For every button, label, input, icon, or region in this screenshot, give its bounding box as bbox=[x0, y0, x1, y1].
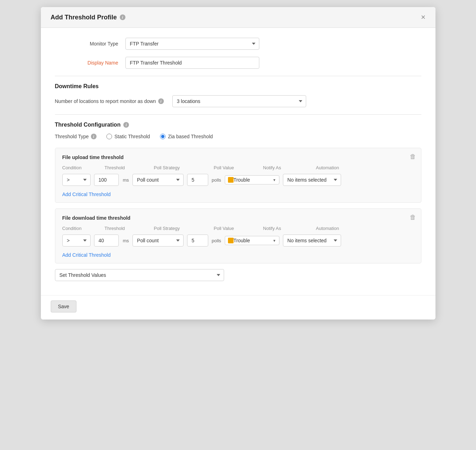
set-threshold-row: Set Threshold Values Option 1 Option 2 bbox=[55, 269, 421, 281]
upload-notify-wrapper: Trouble Critical Warning ▼ bbox=[225, 175, 279, 184]
upload-col-condition: Condition bbox=[62, 165, 101, 170]
threshold-type-label-text: Threshold Type bbox=[55, 134, 89, 139]
modal-header: Add Threshold Profile i × bbox=[41, 7, 435, 28]
download-col-threshold: Threshold bbox=[105, 226, 150, 231]
upload-col-poll-value: Poll Value bbox=[214, 165, 260, 170]
modal-close-button[interactable]: × bbox=[421, 13, 426, 21]
download-col-automation: Automation bbox=[316, 226, 376, 231]
download-notify-select[interactable]: Trouble Critical Warning bbox=[234, 238, 272, 243]
static-threshold-label: Static Threshold bbox=[115, 134, 150, 139]
threshold-config-info-icon[interactable]: i bbox=[123, 122, 129, 128]
modal-body: Monitor Type FTP Transfer HTTP DNS SSL D… bbox=[41, 28, 435, 295]
monitor-type-select[interactable]: FTP Transfer HTTP DNS SSL bbox=[125, 38, 259, 50]
zia-threshold-option[interactable]: Zia based Threshold bbox=[160, 134, 213, 139]
download-notify-wrapper: Trouble Critical Warning ▼ bbox=[225, 236, 279, 245]
download-card-title: File download time threshold bbox=[62, 215, 414, 221]
upload-col-notify: Notify As bbox=[263, 165, 313, 170]
upload-unit-label: ms bbox=[123, 177, 129, 183]
display-name-label: Display Name bbox=[55, 60, 125, 66]
modal-title-text: Add Threshold Profile bbox=[51, 14, 117, 21]
upload-notify-select[interactable]: Trouble Critical Warning bbox=[234, 177, 272, 183]
download-col-notify: Notify As bbox=[263, 226, 313, 231]
upload-poll-value-input[interactable] bbox=[187, 174, 208, 186]
modal-container: Add Threshold Profile i × Monitor Type F… bbox=[41, 7, 435, 320]
upload-polls-label: polls bbox=[212, 177, 221, 183]
download-col-headers: Condition Threshold Poll Strategy Poll V… bbox=[62, 226, 414, 231]
save-button[interactable]: Save bbox=[51, 300, 77, 312]
download-threshold-input[interactable] bbox=[94, 235, 119, 247]
upload-threshold-card: 🗑 File upload time threshold Condition T… bbox=[55, 148, 421, 203]
static-threshold-radio[interactable] bbox=[106, 134, 112, 139]
threshold-config-title-text: Threshold Configuration bbox=[55, 122, 121, 128]
static-threshold-option[interactable]: Static Threshold bbox=[106, 134, 150, 139]
threshold-type-info-icon[interactable]: i bbox=[91, 134, 97, 139]
upload-card-title: File upload time threshold bbox=[62, 154, 414, 160]
download-add-critical-link[interactable]: Add Critical Threshold bbox=[62, 252, 111, 258]
download-poll-value-input[interactable] bbox=[187, 235, 208, 247]
download-col-poll-value: Poll Value bbox=[214, 226, 260, 231]
locations-select[interactable]: 1 location 2 locations 3 locations 4 loc… bbox=[172, 95, 306, 107]
download-polls-label: polls bbox=[212, 238, 221, 243]
title-info-icon[interactable]: i bbox=[120, 14, 125, 20]
display-name-input[interactable] bbox=[125, 57, 259, 69]
download-unit-label: ms bbox=[123, 238, 129, 243]
download-trouble-badge bbox=[228, 238, 234, 243]
upload-add-critical-link[interactable]: Add Critical Threshold bbox=[62, 191, 111, 197]
downtime-title-text: Downtime Rules bbox=[55, 83, 99, 90]
download-threshold-card: 🗑 File download time threshold Condition… bbox=[55, 208, 421, 263]
download-col-condition: Condition bbox=[62, 226, 101, 231]
modal-title-area: Add Threshold Profile i bbox=[51, 14, 125, 21]
upload-col-threshold: Threshold bbox=[105, 165, 150, 170]
downtime-info-icon[interactable]: i bbox=[158, 98, 164, 104]
download-condition-select[interactable]: > >= < <= bbox=[62, 235, 91, 247]
upload-automation-select[interactable]: No items selected bbox=[283, 174, 341, 186]
threshold-config-title: Threshold Configuration i bbox=[55, 122, 421, 128]
display-name-row: Display Name bbox=[55, 57, 421, 69]
threshold-config-section: Threshold Configuration i Threshold Type… bbox=[55, 122, 421, 281]
download-automation-select[interactable]: No items selected bbox=[283, 235, 341, 247]
upload-condition-select[interactable]: > >= < <= bbox=[62, 174, 91, 186]
zia-threshold-radio[interactable] bbox=[160, 134, 166, 139]
threshold-type-row: Threshold Type i Static Threshold Zia ba… bbox=[55, 134, 421, 139]
upload-col-poll-strategy: Poll Strategy bbox=[154, 165, 210, 170]
downtime-locations-label: Number of locations to report monitor as… bbox=[55, 98, 164, 104]
upload-col-automation: Automation bbox=[316, 165, 376, 170]
upload-notify-arrow: ▼ bbox=[273, 178, 276, 182]
downtime-rules-section: Downtime Rules Number of locations to re… bbox=[55, 83, 421, 107]
monitor-type-row: Monitor Type FTP Transfer HTTP DNS SSL bbox=[55, 38, 421, 50]
monitor-type-label: Monitor Type bbox=[55, 41, 125, 47]
downtime-locations-row: Number of locations to report monitor as… bbox=[55, 95, 421, 107]
upload-col-headers: Condition Threshold Poll Strategy Poll V… bbox=[62, 165, 414, 170]
upload-threshold-row: > >= < <= ms Poll count polls bbox=[62, 174, 414, 186]
download-poll-strategy-select[interactable]: Poll count bbox=[132, 235, 184, 247]
download-delete-icon[interactable]: 🗑 bbox=[410, 214, 416, 221]
threshold-type-label: Threshold Type i bbox=[55, 134, 97, 139]
zia-threshold-label: Zia based Threshold bbox=[168, 134, 213, 139]
downtime-label-text: Number of locations to report monitor as… bbox=[55, 98, 156, 104]
download-col-poll-strategy: Poll Strategy bbox=[154, 226, 210, 231]
set-threshold-select[interactable]: Set Threshold Values Option 1 Option 2 bbox=[55, 269, 224, 281]
upload-trouble-badge bbox=[228, 177, 234, 183]
modal-footer: Save bbox=[41, 295, 435, 320]
upload-threshold-input[interactable] bbox=[94, 174, 119, 186]
upload-delete-icon[interactable]: 🗑 bbox=[410, 153, 416, 160]
download-notify-arrow: ▼ bbox=[273, 239, 276, 243]
downtime-rules-title: Downtime Rules bbox=[55, 83, 421, 90]
upload-poll-strategy-select[interactable]: Poll count bbox=[132, 174, 184, 186]
download-threshold-row: > >= < <= ms Poll count polls bbox=[62, 235, 414, 247]
